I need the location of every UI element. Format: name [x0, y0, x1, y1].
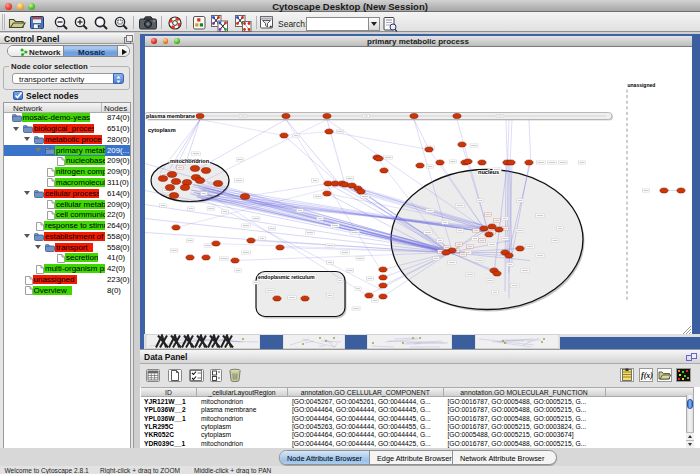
svg-text:plasma membrane: plasma membrane [146, 112, 195, 118]
svg-text:endoplasmic reticulum: endoplasmic reticulum [258, 273, 315, 279]
svg-text:unassigned: unassigned [628, 82, 656, 88]
svg-text:mitochondrion: mitochondrion [170, 157, 210, 163]
svg-text:nucleus: nucleus [478, 168, 499, 174]
svg-text:cytoplasm: cytoplasm [148, 127, 176, 133]
svg-text:f(x): f(x) [641, 371, 653, 380]
